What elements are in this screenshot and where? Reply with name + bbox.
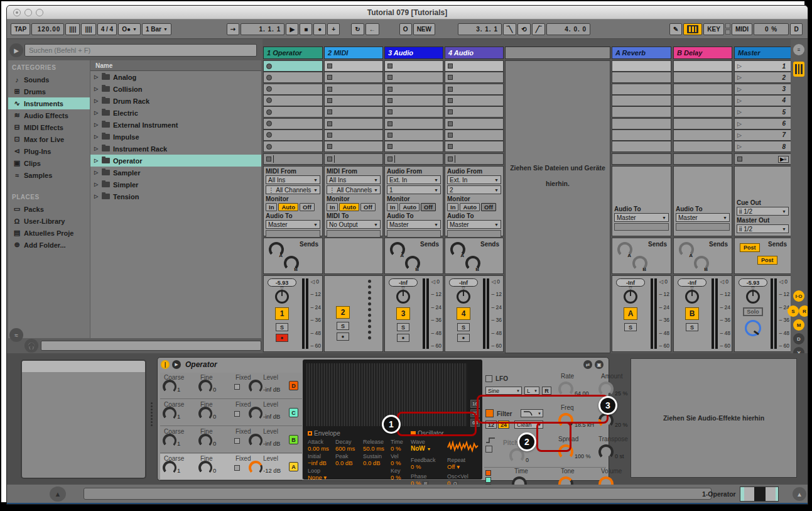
level-knob[interactable] — [249, 380, 263, 393]
clip-stop-icon[interactable] — [387, 98, 392, 103]
clip-stop-icon[interactable] — [448, 109, 453, 114]
stop-all-clips-icon[interactable] — [737, 157, 742, 162]
clip-stop-icon[interactable] — [448, 87, 453, 92]
clip-stop-icon[interactable] — [266, 75, 272, 80]
device-chain-tab[interactable]: 1-Operator — [702, 486, 790, 502]
pan-knob[interactable] — [396, 290, 410, 304]
sends-section-toggle[interactable]: S — [788, 305, 799, 317]
clip-stop-icon[interactable] — [266, 144, 272, 150]
coarse-knob[interactable] — [163, 407, 176, 420]
clip-slot[interactable] — [673, 118, 732, 129]
param-value[interactable]: 600 ms — [335, 445, 363, 452]
input-channel-selector[interactable]: 1 — [387, 185, 441, 194]
send-b-knob[interactable]: B — [405, 256, 420, 271]
osc-letter-badge[interactable]: B — [289, 435, 298, 444]
clip-stop-icon[interactable] — [448, 75, 453, 80]
fine-knob[interactable] — [198, 380, 212, 393]
solo-button[interactable]: S — [457, 323, 470, 331]
clip-slot[interactable] — [324, 129, 383, 141]
pan-knob[interactable] — [457, 290, 470, 304]
preview-volume-knob[interactable] — [745, 320, 761, 336]
track-activator-button[interactable]: A — [624, 307, 637, 320]
new-button[interactable]: NEW — [413, 23, 435, 35]
arm-button[interactable]: ● — [457, 334, 470, 342]
send-b-knob[interactable]: B — [632, 256, 647, 271]
loop-button[interactable]: ⟲ — [517, 23, 530, 35]
place-item-user-library[interactable]: ΩUser-Library — [8, 215, 90, 227]
computer-midi-keyboard-button[interactable] — [683, 23, 702, 35]
monitor-auto-button[interactable]: Auto — [339, 203, 359, 211]
osc-letter-badge[interactable]: C — [289, 408, 298, 417]
monitor-off-button[interactable]: Off — [421, 203, 436, 211]
clip-slot[interactable] — [673, 106, 732, 118]
output-selector[interactable]: No Output — [327, 220, 381, 229]
solo-button[interactable]: Solo — [743, 307, 763, 316]
device-item-tension[interactable]: ▷Tension — [90, 190, 261, 202]
send-a-knob[interactable]: A — [679, 242, 694, 257]
clip-slot[interactable] — [324, 84, 383, 95]
clip-stop-icon[interactable] — [266, 109, 272, 115]
track-stop-row[interactable] — [324, 153, 383, 165]
sub-routing-field[interactable] — [327, 230, 381, 238]
arm-button[interactable]: ● — [337, 332, 349, 341]
hot-swap-icon[interactable]: ⇄ — [583, 360, 592, 369]
sub-routing-field[interactable] — [614, 223, 669, 231]
sidebar-item-drums[interactable]: ⊞Drums — [8, 85, 90, 97]
clip-slot[interactable] — [673, 60, 732, 72]
track-stop-row[interactable] — [384, 153, 443, 165]
fine-knob[interactable] — [198, 407, 212, 420]
hide-device-view-button[interactable]: ▲ — [793, 487, 806, 501]
solo-button[interactable]: S — [686, 323, 698, 331]
track-stop-row[interactable] — [445, 153, 504, 165]
clip-stop-icon[interactable] — [327, 109, 332, 114]
send-a-knob[interactable]: A — [617, 242, 632, 257]
osc-select-c[interactable] — [485, 477, 491, 483]
osc-row-d[interactable]: CoarseFineFixedLevel10-inf dBD — [160, 373, 302, 399]
clip-slot[interactable] — [673, 129, 732, 141]
osc-select-d[interactable] — [485, 470, 491, 476]
browser-fold-button[interactable]: ▶ — [9, 43, 23, 57]
fine-knob[interactable] — [198, 461, 212, 475]
clip-stop-icon[interactable] — [266, 86, 272, 92]
param-value[interactable]: 0.0 dB — [363, 459, 391, 466]
param-value[interactable]: 50.0 ms — [363, 445, 391, 452]
clip-slot[interactable] — [324, 72, 383, 83]
clip-slot[interactable] — [324, 141, 383, 152]
clip-stop-icon[interactable] — [448, 121, 453, 126]
track-stop-row[interactable] — [612, 153, 671, 165]
place-item-add-folder---[interactable]: ⊕Add Folder... — [8, 239, 90, 251]
clip-stop-icon[interactable] — [387, 87, 392, 92]
stop-all-clips-icon[interactable] — [387, 157, 392, 162]
place-item-aktuelles-proje[interactable]: ▤Aktuelles Proje — [8, 227, 90, 239]
clip-slot[interactable] — [445, 72, 504, 83]
lfo-checkbox[interactable] — [485, 375, 492, 382]
osc-row-a[interactable]: CoarseFineFixedLevel10-12 dBA — [160, 454, 302, 480]
returns-section-toggle[interactable]: R — [799, 305, 808, 317]
scene-launch-icon[interactable]: ▷ — [737, 74, 742, 80]
arm-button[interactable]: ● — [397, 334, 409, 342]
io-section-toggle[interactable]: I·O — [793, 290, 804, 302]
loop-start-field[interactable]: 3. 1. 1 — [458, 23, 502, 35]
clip-slot[interactable] — [324, 106, 383, 118]
track-delay-toggle[interactable]: D — [793, 333, 804, 344]
sub-routing-field[interactable] — [447, 230, 501, 238]
track-activator-button[interactable]: 4 — [457, 307, 470, 320]
lfo-dest-selector[interactable]: L — [524, 387, 539, 395]
punch-in-button[interactable]: ‾╲ — [503, 23, 516, 35]
sidebar-item-audio-effects[interactable]: ≋Audio Effects — [8, 109, 90, 121]
scene-slot[interactable]: ▷3 — [734, 84, 791, 95]
preview-headphone-icon[interactable]: 🎧 — [24, 339, 38, 353]
clip-slot[interactable] — [263, 84, 323, 95]
input-type-selector[interactable]: All Ins — [266, 175, 320, 184]
device-item-instrument-rack[interactable]: ▷Instrument Rack — [90, 143, 261, 155]
param-value[interactable]: 0.00 ms — [308, 445, 335, 452]
cue-out-selector[interactable]: ii 1/2 — [737, 207, 789, 216]
clip-stop-icon[interactable] — [327, 144, 332, 149]
device-item-impulse[interactable]: ▷Impulse — [90, 131, 261, 143]
clip-stop-icon[interactable] — [387, 133, 392, 138]
clip-stop-icon[interactable] — [387, 63, 392, 69]
sub-routing-field[interactable] — [387, 230, 441, 238]
audio-to-selector[interactable]: Master — [676, 213, 730, 222]
coarse-knob[interactable] — [163, 380, 176, 393]
input-channel-selector[interactable]: 2 — [447, 185, 501, 194]
